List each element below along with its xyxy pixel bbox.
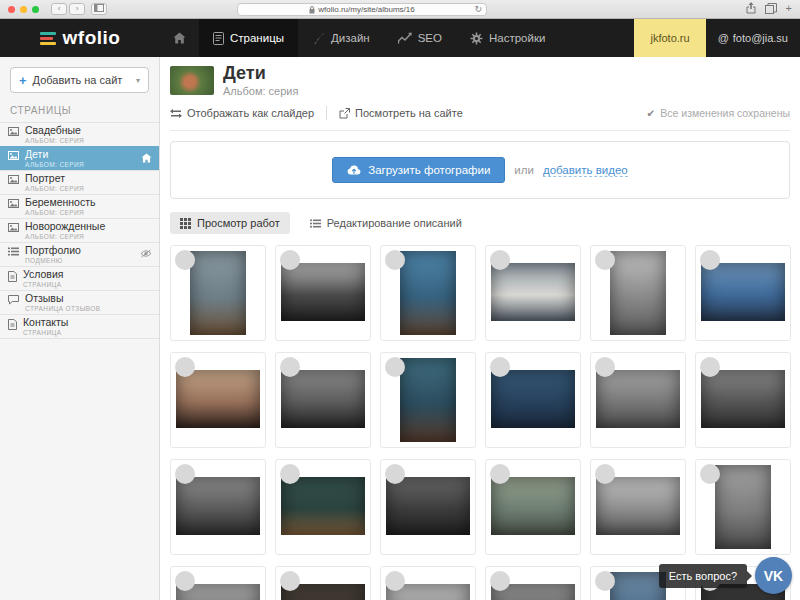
photo-card[interactable] — [380, 459, 476, 555]
photo-card[interactable] — [695, 459, 791, 555]
nav-item-design[interactable]: Дизайн — [298, 19, 384, 57]
upload-photos-button[interactable]: Загрузить фотографии — [332, 157, 505, 183]
drag-handle-badge[interactable] — [385, 571, 405, 591]
drag-handle-badge[interactable] — [280, 250, 300, 270]
drag-handle-badge[interactable] — [490, 464, 510, 484]
drag-handle-badge[interactable] — [385, 250, 405, 270]
upload-dropzone[interactable]: Загрузить фотографии или добавить видео — [170, 141, 790, 199]
photo-card[interactable] — [170, 352, 266, 448]
tab-view-works[interactable]: Просмотр работ — [170, 212, 290, 234]
photo-card[interactable] — [590, 352, 686, 448]
photo-thumbnail[interactable] — [491, 370, 575, 428]
photo-card[interactable] — [485, 566, 581, 600]
photo-card[interactable] — [380, 352, 476, 448]
drag-handle-badge[interactable] — [700, 464, 720, 484]
photo-thumbnail[interactable] — [610, 572, 666, 600]
nav-item-settings[interactable]: Настройки — [456, 19, 559, 57]
address-bar[interactable]: wfolio.ru/my/site/albums/16 ↻ — [237, 3, 487, 16]
display-as-slider-link[interactable]: Отображать как слайдер — [170, 107, 314, 119]
photo-card[interactable] — [275, 245, 371, 341]
photo-card[interactable] — [485, 245, 581, 341]
photo-card[interactable] — [170, 566, 266, 600]
sidebar-toggle-icon[interactable] — [91, 3, 107, 15]
photo-card[interactable] — [275, 566, 371, 600]
photo-card[interactable] — [380, 566, 476, 600]
photo-card[interactable] — [590, 459, 686, 555]
wfolio-logo[interactable]: wfolio — [0, 19, 160, 57]
photo-card[interactable] — [695, 245, 791, 341]
sidebar-item-contacts[interactable]: КонтактыСТРАНИЦА — [0, 314, 159, 338]
photo-thumbnail[interactable] — [610, 251, 666, 335]
sidebar-item-portrait[interactable]: ПортретАЛЬБОМ: СЕРИЯ — [0, 170, 159, 194]
nav-home-button[interactable] — [160, 19, 199, 57]
vk-chat-button[interactable]: VK — [755, 557, 792, 594]
add-to-site-button[interactable]: + Добавить на сайт ▾ — [10, 67, 149, 93]
drag-handle-badge[interactable] — [280, 357, 300, 377]
drag-handle-badge[interactable] — [700, 250, 720, 270]
photo-thumbnail[interactable] — [701, 263, 785, 321]
drag-handle-badge[interactable] — [175, 571, 195, 591]
sidebar-item-reviews[interactable]: ОтзывыСТРАНИЦА ОТЗЫВОВ — [0, 290, 159, 314]
photo-thumbnail[interactable] — [596, 370, 680, 428]
nav-item-seo[interactable]: SEO — [384, 19, 456, 57]
sidebar-item-terms[interactable]: УсловияСТРАНИЦА — [0, 266, 159, 290]
back-button[interactable]: ‹ — [51, 3, 67, 15]
sidebar-item-portfolio[interactable]: ПортфолиоПОДМЕНЮ — [0, 242, 159, 266]
forward-button[interactable]: › — [69, 3, 85, 15]
drag-handle-badge[interactable] — [175, 357, 195, 377]
drag-handle-badge[interactable] — [280, 464, 300, 484]
drag-handle-badge[interactable] — [595, 571, 615, 591]
photo-card[interactable] — [380, 245, 476, 341]
refresh-icon[interactable]: ↻ — [474, 4, 482, 14]
photo-thumbnail[interactable] — [176, 370, 260, 428]
photo-thumbnail[interactable] — [281, 370, 365, 428]
drag-handle-badge[interactable] — [595, 357, 615, 377]
drag-handle-badge[interactable] — [175, 464, 195, 484]
photo-thumbnail[interactable] — [491, 263, 575, 321]
photo-card[interactable] — [485, 352, 581, 448]
sidebar-item-children[interactable]: ДетиАЛЬБОМ: СЕРИЯ — [0, 146, 159, 170]
drag-handle-badge[interactable] — [385, 357, 405, 377]
drag-handle-badge[interactable] — [595, 464, 615, 484]
drag-handle-badge[interactable] — [700, 357, 720, 377]
photo-thumbnail[interactable] — [701, 370, 785, 428]
sidebar-item-weddings[interactable]: СвадебныеАЛЬБОМ: СЕРИЯ — [0, 122, 159, 146]
sidebar-item-newborns[interactable]: НоворожденныеАЛЬБОМ: СЕРИЯ — [0, 218, 159, 242]
photo-thumbnail[interactable] — [386, 477, 470, 535]
photo-card[interactable] — [590, 245, 686, 341]
photo-thumbnail[interactable] — [281, 477, 365, 535]
add-video-link[interactable]: добавить видео — [543, 164, 628, 177]
close-window-button[interactable] — [8, 6, 15, 13]
photo-thumbnail[interactable] — [190, 251, 246, 335]
share-icon[interactable] — [746, 2, 756, 14]
drag-handle-badge[interactable] — [490, 250, 510, 270]
photo-thumbnail[interactable] — [400, 251, 456, 335]
drag-handle-badge[interactable] — [595, 250, 615, 270]
drag-handle-badge[interactable] — [490, 571, 510, 591]
photo-thumbnail[interactable] — [400, 358, 456, 442]
photo-card[interactable] — [170, 459, 266, 555]
photo-card[interactable] — [485, 459, 581, 555]
tab-edit-descriptions[interactable]: Редактирование описаний — [300, 212, 472, 234]
photo-card[interactable] — [695, 352, 791, 448]
photo-thumbnail[interactable] — [491, 477, 575, 535]
photo-card[interactable] — [275, 352, 371, 448]
tabs-overview-icon[interactable] — [765, 3, 777, 14]
album-cover-thumbnail[interactable] — [170, 66, 214, 95]
nav-item-pages[interactable]: Страницы — [199, 19, 298, 57]
photo-thumbnail[interactable] — [176, 477, 260, 535]
photo-thumbnail[interactable] — [281, 263, 365, 321]
drag-handle-badge[interactable] — [280, 571, 300, 591]
zoom-window-button[interactable] — [32, 6, 39, 13]
view-on-site-link[interactable]: Посмотреть на сайте — [339, 107, 463, 119]
account-menu[interactable]: @ foto@jia.su — [706, 19, 800, 57]
drag-handle-badge[interactable] — [175, 250, 195, 270]
photo-card[interactable] — [275, 459, 371, 555]
photo-thumbnail[interactable] — [715, 465, 771, 549]
minimize-window-button[interactable] — [20, 6, 27, 13]
drag-handle-badge[interactable] — [490, 357, 510, 377]
sidebar-item-pregnancy[interactable]: БеременностьАЛЬБОМ: СЕРИЯ — [0, 194, 159, 218]
site-domain-badge[interactable]: jkfoto.ru — [634, 19, 705, 57]
new-tab-button[interactable]: + — [786, 2, 792, 14]
photo-thumbnail[interactable] — [596, 477, 680, 535]
